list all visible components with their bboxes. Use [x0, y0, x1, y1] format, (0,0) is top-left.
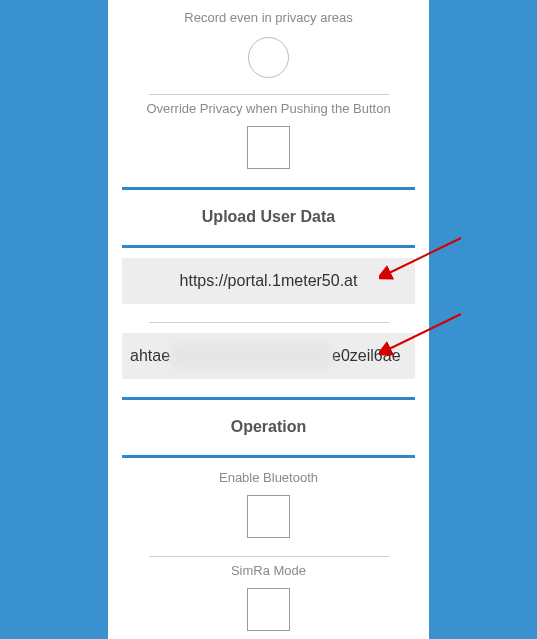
bluetooth-toggle[interactable]	[247, 495, 290, 538]
bluetooth-label: Enable Bluetooth	[108, 458, 429, 485]
upload-key-prefix: ahtae	[130, 347, 170, 365]
upload-url-value: https://portal.1meter50.at	[180, 272, 358, 290]
settings-panel: Record even in privacy areas Override Pr…	[108, 0, 429, 639]
upload-section-heading: Upload User Data	[108, 190, 429, 241]
upload-key-suffix: e0zeil6ae	[332, 347, 401, 365]
upload-section-bottom-divider	[108, 245, 429, 248]
record-privacy-label: Record even in privacy areas	[108, 4, 429, 25]
divider	[149, 322, 389, 323]
upload-url-input[interactable]: https://portal.1meter50.at	[122, 258, 415, 304]
override-privacy-label: Override Privacy when Pushing the Button	[108, 95, 429, 116]
operation-section-heading: Operation	[108, 400, 429, 451]
upload-key-input[interactable]: ahtae e0zeil6ae	[122, 333, 415, 379]
simra-toggle[interactable]	[247, 588, 290, 631]
override-privacy-toggle[interactable]	[247, 126, 290, 169]
record-privacy-toggle[interactable]	[248, 37, 289, 78]
simra-label: SimRa Mode	[108, 557, 429, 578]
upload-key-redacted	[171, 343, 331, 369]
